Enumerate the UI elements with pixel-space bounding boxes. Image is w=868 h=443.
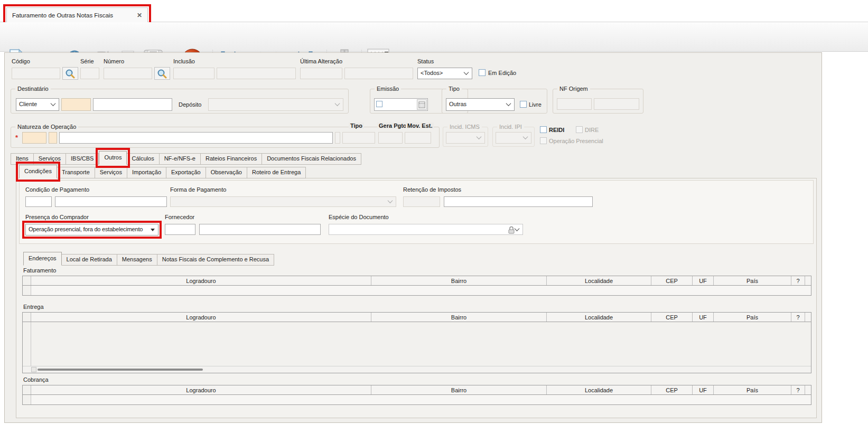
condicao-pagamento-codigo-input[interactable] [25,196,52,207]
grid-col-localidade[interactable]: Localidade [547,313,651,322]
nf-origem-input-1[interactable] [557,98,592,110]
dire-checkbox[interactable] [576,126,583,133]
grid-col-bairro[interactable]: Bairro [371,276,547,285]
subtab-servicos[interactable]: Serviços [95,167,127,178]
incid-ipi-group-label: Incid. IPI [497,124,524,130]
natureza-tipo-input[interactable] [342,132,375,144]
endtab-mensagens[interactable]: Mensagens [117,254,157,266]
grid-col-logradouro[interactable]: Logradouro [31,313,371,322]
fornecedor-codigo-input[interactable] [165,224,195,235]
search-icon [65,69,76,79]
fornecedor-nome-input[interactable] [199,224,321,235]
grid-col-cep[interactable]: CEP [651,385,693,394]
destinatario-tipo-select[interactable]: Cliente [16,98,59,111]
scrollbar-thumb[interactable] [38,369,203,371]
reidi-checkbox[interactable] [540,126,547,133]
operacao-presencial-checkbox[interactable] [540,137,547,144]
natureza-descricao-input[interactable] [59,132,333,144]
grid-col-help[interactable]: ? [791,276,805,285]
grid-col-cep[interactable]: CEP [651,276,693,285]
grid-col-pais[interactable]: País [714,385,791,394]
subtab-roteiro-entrega[interactable]: Roteiro de Entrega [247,167,306,178]
deposito-select[interactable] [208,98,343,111]
tab-ibs-cbs[interactable]: IBS/CBS [66,153,99,165]
presenca-comprador-select[interactable]: Operação presencial, fora do estabelecim… [25,224,158,235]
incid-icms-select[interactable] [446,132,485,144]
emissao-enable-checkbox[interactable] [376,101,382,107]
grid-col-cep[interactable]: CEP [651,313,693,322]
gera-pgto-input[interactable] [378,132,403,144]
faturamento-grid: Logradouro Bairro Localidade CEP UF País… [22,276,811,296]
grid-col-logradouro[interactable]: Logradouro [31,385,371,394]
tab-outros[interactable]: Outros [99,151,127,165]
especie-documento-select[interactable] [329,224,523,235]
subtab-exportacao[interactable]: Exportação [166,167,206,178]
mov-est-input[interactable] [405,132,431,144]
grid-col-help[interactable]: ? [791,385,805,394]
endtab-enderecos[interactable]: Endereços [23,252,62,266]
condicao-pagamento-descricao-input[interactable] [55,196,167,207]
grid-header: Logradouro Bairro Localidade CEP UF País… [23,385,811,395]
retencao-impostos-descricao-input[interactable] [444,196,593,207]
grid-col-pais[interactable]: País [714,276,791,285]
endtab-notas-fiscais-complemento-recusa[interactable]: Notas Fiscais de Complemento e Recusa [157,254,274,266]
natureza-aux-input[interactable] [335,132,340,144]
grid-col-help[interactable]: ? [791,313,805,322]
em-edicao-checkbox[interactable] [479,69,486,76]
natureza-digito-input[interactable] [49,132,57,144]
outros-subtabstrip: Condições Transporte Serviços Importação… [19,165,306,178]
codigo-search-button[interactable] [62,67,78,80]
grid-col-localidade[interactable]: Localidade [547,276,651,285]
destinatario-nome-input[interactable] [93,98,172,111]
subtab-condicoes[interactable]: Condições [19,165,57,178]
calendar-button[interactable] [417,99,427,110]
nf-origem-input-2[interactable] [594,98,639,110]
tab-itens[interactable]: Itens [11,153,34,165]
subtab-observacao[interactable]: Observação [206,167,247,178]
numero-input[interactable] [104,68,152,79]
entrega-grid: Logradouro Bairro Localidade CEP UF País… [22,312,811,373]
livre-checkbox[interactable] [520,101,527,108]
mov-est-label: Mov. Est. [406,122,434,129]
grid-col-uf[interactable]: UF [693,385,714,394]
emissao-group-label: Emissão [375,86,401,92]
cobranca-grid: Logradouro Bairro Localidade CEP UF País… [22,385,811,405]
operacao-presencial-label: Operação Presencial [549,138,603,144]
forma-pagamento-select[interactable] [170,196,396,207]
lock-icon[interactable] [507,225,516,234]
inclusao-input-1[interactable] [173,68,214,79]
codigo-input[interactable] [12,68,60,79]
tab-rateios-financeiros[interactable]: Rateios Financeiros [201,153,262,165]
ultima-alteracao-input-2[interactable] [344,68,413,79]
livre-label: Livre [529,101,542,108]
incid-ipi-select[interactable] [496,132,531,144]
status-select[interactable]: <Todos> [417,68,472,79]
tipo-select[interactable]: Outras [446,98,515,111]
grid-col-bairro[interactable]: Bairro [371,385,547,394]
horizontal-scrollbar[interactable] [23,366,811,373]
tab-calculos[interactable]: Cálculos [127,153,159,165]
close-icon[interactable]: ✕ [137,12,142,19]
grid-col-uf[interactable]: UF [693,313,714,322]
grid-col-pais[interactable]: País [714,313,791,322]
ultima-alteracao-input-1[interactable] [300,68,342,79]
numero-search-button[interactable] [154,67,170,80]
endtab-local-de-retirada[interactable]: Local de Retirada [62,254,117,266]
tab-servicos[interactable]: Serviços [34,153,66,165]
grid-header: Logradouro Bairro Localidade CEP UF País… [23,276,811,286]
document-tab[interactable]: Faturamento de Outras Notas Fiscais ✕ [6,7,148,22]
retencao-impostos-codigo-input[interactable] [403,196,440,207]
tab-documentos-fiscais-relacionados[interactable]: Documentos Fiscais Relacionados [262,153,361,165]
destinatario-codigo-input[interactable] [61,98,91,111]
tab-nfe-nfse[interactable]: NF-e/NFS-e [160,153,201,165]
grid-col-bairro[interactable]: Bairro [371,313,547,322]
subtab-transporte[interactable]: Transporte [57,167,95,178]
natureza-codigo-input[interactable] [22,132,46,144]
grid-col-uf[interactable]: UF [693,276,714,285]
grid-col-localidade[interactable]: Localidade [547,385,651,394]
inclusao-input-2[interactable] [217,68,296,79]
serie-input[interactable] [80,68,99,79]
grid-col-logradouro[interactable]: Logradouro [31,276,371,285]
numero-label: Número [104,58,124,64]
subtab-importacao[interactable]: Importação [127,167,166,178]
